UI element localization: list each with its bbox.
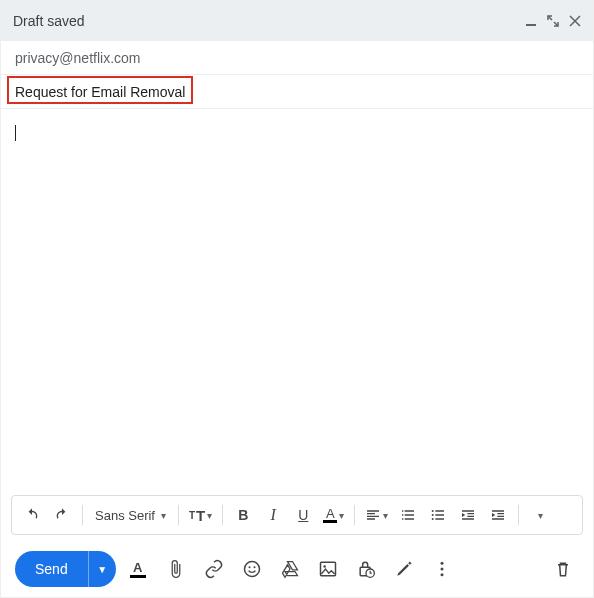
window-title: Draft saved (13, 13, 525, 29)
svg-point-1 (432, 510, 434, 512)
header-fields: privacy@netflix.com Request for Email Re… (1, 41, 593, 109)
chevron-down-icon: ▾ (207, 510, 212, 521)
indent-less-button[interactable] (454, 501, 482, 529)
trash-icon (553, 559, 573, 579)
insert-link-button[interactable] (198, 553, 230, 585)
chevron-down-icon: ▾ (538, 510, 543, 521)
undo-button[interactable] (18, 501, 46, 529)
svg-point-5 (248, 566, 250, 568)
paperclip-icon (166, 559, 186, 579)
toolbar-separator (178, 505, 179, 525)
svg-point-6 (253, 566, 255, 568)
minimize-button[interactable] (525, 15, 537, 27)
text-caret (15, 125, 16, 141)
underline-label: U (298, 507, 308, 523)
pen-icon (394, 559, 414, 579)
numbered-list-button[interactable] (394, 501, 422, 529)
svg-point-13 (440, 573, 443, 576)
svg-point-2 (432, 514, 434, 516)
send-button[interactable]: Send (15, 551, 88, 587)
svg-point-11 (440, 562, 443, 565)
underline-button[interactable]: U (289, 501, 317, 529)
compose-window: Draft saved privacy@netflix.com Request … (0, 0, 594, 598)
send-group: Send ▼ (15, 551, 116, 587)
insert-photo-button[interactable] (312, 553, 344, 585)
bold-label: B (238, 507, 248, 523)
italic-label: I (271, 506, 276, 524)
recipients-value: privacy@netflix.com (15, 50, 140, 66)
format-icon: A (129, 560, 147, 578)
font-family-dropdown[interactable]: Sans Serif ▾ (89, 501, 172, 529)
italic-button[interactable]: I (259, 501, 287, 529)
fullscreen-button[interactable] (547, 15, 559, 27)
svg-rect-0 (526, 24, 536, 26)
discard-draft-button[interactable] (547, 553, 579, 585)
insert-drive-button[interactable] (274, 553, 306, 585)
text-color-label: A (326, 507, 335, 520)
window-controls (525, 15, 581, 27)
formatting-toolbar: Sans Serif ▾ TT ▾ B I U A ▾ ▾ (11, 495, 583, 535)
drive-icon (280, 559, 300, 579)
more-vert-icon (432, 559, 452, 579)
titlebar: Draft saved (1, 1, 593, 41)
close-button[interactable] (569, 15, 581, 27)
confidential-mode-button[interactable] (350, 553, 382, 585)
message-body[interactable] (1, 109, 593, 495)
svg-point-12 (440, 568, 443, 571)
text-formatting-toggle[interactable]: A (122, 553, 154, 585)
lock-clock-icon (356, 559, 376, 579)
insert-signature-button[interactable] (388, 553, 420, 585)
text-color-dropdown[interactable]: A ▾ (319, 501, 348, 529)
bottom-action-bar: Send ▼ A (1, 541, 593, 597)
font-size-dropdown[interactable]: TT ▾ (185, 501, 216, 529)
attach-file-button[interactable] (160, 553, 192, 585)
emoji-icon (242, 559, 262, 579)
toolbar-separator (518, 505, 519, 525)
subject-value: Request for Email Removal (15, 84, 185, 100)
redo-button[interactable] (48, 501, 76, 529)
subject-field[interactable]: Request for Email Removal (1, 75, 593, 109)
more-options-button[interactable] (426, 553, 458, 585)
align-dropdown[interactable]: ▾ (361, 501, 392, 529)
toolbar-separator (82, 505, 83, 525)
bulleted-list-button[interactable] (424, 501, 452, 529)
chevron-down-icon: ▾ (161, 510, 166, 521)
send-options-dropdown[interactable]: ▼ (88, 551, 116, 587)
more-formatting-button[interactable]: ▾ (525, 501, 553, 529)
toolbar-separator (354, 505, 355, 525)
svg-point-8 (323, 565, 326, 568)
image-icon (318, 559, 338, 579)
font-family-label: Sans Serif (95, 508, 155, 523)
toolbar-separator (222, 505, 223, 525)
svg-rect-7 (320, 562, 335, 575)
recipients-field[interactable]: privacy@netflix.com (1, 41, 593, 75)
chevron-down-icon: ▾ (339, 510, 344, 521)
chevron-down-icon: ▾ (383, 510, 388, 521)
indent-more-button[interactable] (484, 501, 512, 529)
link-icon (204, 559, 224, 579)
svg-point-4 (244, 562, 259, 577)
svg-point-3 (432, 518, 434, 520)
chevron-down-icon: ▼ (97, 564, 107, 575)
insert-emoji-button[interactable] (236, 553, 268, 585)
send-label: Send (35, 561, 68, 577)
bold-button[interactable]: B (229, 501, 257, 529)
